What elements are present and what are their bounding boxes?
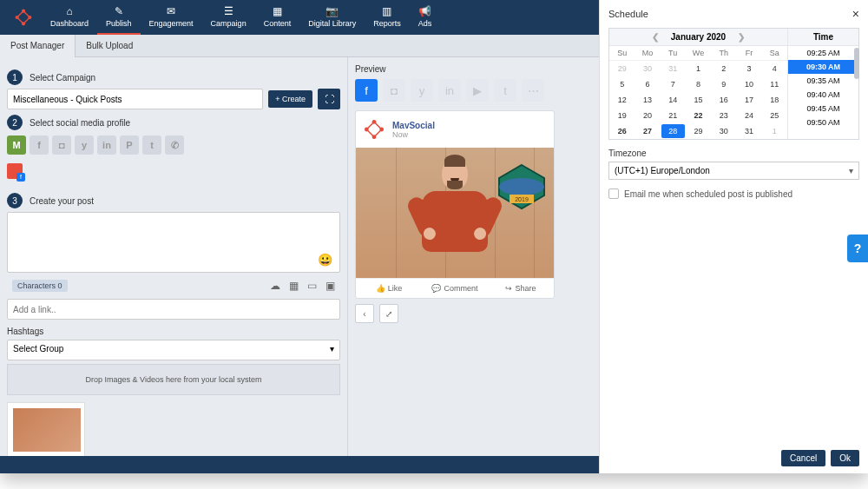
calendar-day[interactable]: 20 xyxy=(635,108,660,123)
calendar-day[interactable]: 9 xyxy=(711,76,736,92)
calendar-day[interactable]: 30 xyxy=(711,123,736,139)
calendar-day[interactable]: 28 xyxy=(661,124,685,138)
subtab-post-manager[interactable]: Post Manager xyxy=(0,35,76,57)
award-badge-icon: 2019 xyxy=(495,163,549,210)
briefcase-icon[interactable]: ▭ xyxy=(307,280,317,292)
nav-publish[interactable]: ✎Publish xyxy=(97,0,141,35)
calendar-day[interactable]: 8 xyxy=(686,76,711,92)
timezone-select[interactable]: (UTC+1) Europe/London xyxy=(608,162,859,180)
social-icon-3[interactable]: y xyxy=(75,135,94,155)
calendar-day[interactable]: 1 xyxy=(686,61,711,76)
share-button[interactable]: ↪Share xyxy=(488,279,554,298)
calendar-day[interactable]: 27 xyxy=(635,123,660,139)
calendar-day[interactable]: 21 xyxy=(661,108,686,123)
calendar-day[interactable]: 11 xyxy=(762,76,787,92)
expand-preview-button[interactable]: ⤢ xyxy=(379,304,398,323)
social-icon-4[interactable]: in xyxy=(97,135,116,155)
nav-content[interactable]: ▦Content xyxy=(255,0,300,35)
cloud-icon[interactable]: ☁ xyxy=(270,280,280,292)
preview-tab-linkedin[interactable]: in xyxy=(438,79,461,102)
calendar-day[interactable]: 19 xyxy=(609,108,635,123)
nav-ads[interactable]: 📢Ads xyxy=(410,0,441,35)
calendar-day[interactable]: 12 xyxy=(609,92,635,108)
calendar-day[interactable]: 25 xyxy=(762,108,787,123)
nav-campaign[interactable]: ☰Campaign xyxy=(202,0,255,35)
media-dropzone[interactable]: Drop Images & Videos here from your loca… xyxy=(7,364,340,395)
time-option[interactable]: 09:40 AM xyxy=(788,88,858,102)
nav-reports[interactable]: ▥Reports xyxy=(365,0,410,35)
time-option[interactable]: 09:50 AM xyxy=(788,116,858,129)
calendar-day[interactable]: 26 xyxy=(609,123,635,139)
preview-tab-youtube[interactable]: ▶ xyxy=(466,79,489,102)
schedule-panel: Schedule × ❮ January 2020 ❯ SuMoTuWeThFr… xyxy=(599,0,868,473)
prev-month-button[interactable]: ❮ xyxy=(652,32,659,42)
nav-dashboard[interactable]: ⌂Dashboard xyxy=(42,0,97,35)
preview-tab-other[interactable]: ⋯ xyxy=(522,79,544,102)
social-profile-icons: Mf◘yinPt✆ xyxy=(7,135,340,155)
calendar-day[interactable]: 5 xyxy=(609,76,635,92)
social-icon-1[interactable]: f xyxy=(30,135,49,155)
post-editor[interactable]: 😀 xyxy=(7,212,340,273)
cancel-button[interactable]: Cancel xyxy=(781,450,825,466)
email-notify-checkbox[interactable] xyxy=(608,188,619,199)
calendar-day[interactable]: 13 xyxy=(635,92,660,108)
social-icon-7[interactable]: ✆ xyxy=(165,135,184,155)
social-icon-0[interactable]: M xyxy=(7,135,26,155)
campaign-input[interactable] xyxy=(7,89,263,109)
calendar-day[interactable]: 3 xyxy=(736,61,761,76)
selected-account[interactable]: f xyxy=(7,163,23,179)
calendar-day[interactable]: 24 xyxy=(736,108,761,123)
calendar-day[interactable]: 17 xyxy=(736,92,761,108)
image-icon[interactable]: ▣ xyxy=(326,280,335,292)
social-icon-6[interactable]: t xyxy=(142,135,161,155)
step2-label: Select social media profile xyxy=(30,118,130,128)
time-option[interactable]: 09:45 AM xyxy=(788,102,858,116)
time-option[interactable]: 09:30 AM xyxy=(788,60,858,74)
like-button[interactable]: 👍Like xyxy=(356,279,422,298)
calendar-day[interactable]: 18 xyxy=(762,92,787,108)
media-thumbnail[interactable] xyxy=(7,402,85,456)
calendar-day[interactable]: 4 xyxy=(762,61,787,76)
close-icon[interactable]: × xyxy=(852,7,859,21)
calendar-day[interactable]: 6 xyxy=(635,76,660,92)
calendar-day[interactable]: 15 xyxy=(686,92,711,108)
hashtags-select[interactable]: Select Group▾ xyxy=(7,340,340,360)
calendar-day[interactable]: 10 xyxy=(736,76,761,92)
calendar-day[interactable]: 30 xyxy=(635,61,660,76)
link-input[interactable] xyxy=(7,299,340,320)
calendar-day[interactable]: 23 xyxy=(711,108,736,123)
calendar-icon[interactable]: ▦ xyxy=(289,280,299,292)
help-tab[interactable]: ? xyxy=(847,235,868,262)
calendar-day[interactable]: 7 xyxy=(661,76,686,92)
preview-tab-tumblr[interactable]: t xyxy=(494,79,516,102)
emoji-icon[interactable]: 😀 xyxy=(318,253,332,267)
ads-icon: 📢 xyxy=(418,5,431,17)
preview-tab-facebook[interactable]: f xyxy=(355,79,378,102)
calendar-day[interactable]: 31 xyxy=(736,123,761,139)
calendar-day[interactable]: 31 xyxy=(661,61,686,76)
digital library-icon: 📷 xyxy=(326,5,339,17)
calendar-day[interactable]: 29 xyxy=(686,123,711,139)
social-icon-2[interactable]: ◘ xyxy=(52,135,71,155)
ok-button[interactable]: Ok xyxy=(831,450,859,466)
preview-tab-twitter[interactable]: y xyxy=(411,79,433,102)
calendar-day[interactable]: 29 xyxy=(609,61,635,76)
nav-digital-library[interactable]: 📷Digital Library xyxy=(299,0,365,35)
calendar-day[interactable]: 14 xyxy=(661,92,686,108)
nav-engagement[interactable]: ✉Engagement xyxy=(141,0,202,35)
time-scrollbar[interactable] xyxy=(854,48,859,79)
campaign-settings-button[interactable]: ⛶ xyxy=(318,89,340,109)
calendar-day[interactable]: 1 xyxy=(762,123,787,139)
preview-tab-instagram[interactable]: ◘ xyxy=(383,79,405,102)
subtab-bulk-upload[interactable]: Bulk Upload xyxy=(76,35,143,57)
calendar-day[interactable]: 22 xyxy=(686,108,711,123)
create-campaign-button[interactable]: + Create xyxy=(268,90,312,108)
prev-preview-button[interactable]: ‹ xyxy=(355,304,374,323)
comment-button[interactable]: 💬Comment xyxy=(422,279,488,298)
next-month-button[interactable]: ❯ xyxy=(738,32,745,42)
calendar-day[interactable]: 16 xyxy=(711,92,736,108)
time-option[interactable]: 09:25 AM xyxy=(788,46,858,60)
calendar-day[interactable]: 2 xyxy=(711,61,736,76)
time-option[interactable]: 09:35 AM xyxy=(788,74,858,88)
social-icon-5[interactable]: P xyxy=(120,135,139,155)
